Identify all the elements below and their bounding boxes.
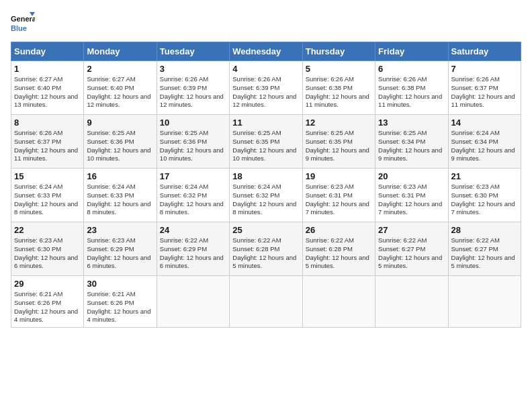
day-detail: Sunrise: 6:22 AMSunset: 6:27 PMDaylight:…	[378, 236, 445, 271]
day-number: 18	[232, 171, 299, 181]
day-detail: Sunrise: 6:24 AMSunset: 6:34 PMDaylight:…	[451, 129, 518, 163]
day-detail: Sunrise: 6:21 AMSunset: 6:26 PMDaylight:…	[14, 290, 81, 324]
day-number: 24	[160, 225, 226, 235]
day-number: 7	[451, 64, 518, 74]
calendar-cell: 18Sunrise: 6:24 AMSunset: 6:32 PMDayligh…	[230, 169, 302, 222]
day-number: 5	[306, 64, 372, 74]
calendar-cell	[157, 276, 229, 328]
day-number: 19	[306, 171, 372, 181]
day-detail: Sunrise: 6:24 AMSunset: 6:33 PMDaylight:…	[87, 183, 153, 217]
day-number: 16	[87, 171, 153, 181]
day-detail: Sunrise: 6:25 AMSunset: 6:36 PMDaylight:…	[160, 129, 226, 163]
day-detail: Sunrise: 6:23 AMSunset: 6:29 PMDaylight:…	[87, 236, 153, 271]
calendar-cell: 4Sunrise: 6:26 AMSunset: 6:39 PMDaylight…	[230, 61, 302, 115]
calendar-cell: 24Sunrise: 6:22 AMSunset: 6:29 PMDayligh…	[157, 222, 229, 276]
header-tuesday: Tuesday	[157, 42, 229, 61]
calendar-cell: 14Sunrise: 6:24 AMSunset: 6:34 PMDayligh…	[448, 115, 521, 169]
calendar-cell: 13Sunrise: 6:25 AMSunset: 6:34 PMDayligh…	[375, 115, 448, 169]
calendar-cell: 22Sunrise: 6:23 AMSunset: 6:30 PMDayligh…	[11, 222, 84, 276]
day-detail: Sunrise: 6:26 AMSunset: 6:39 PMDaylight:…	[160, 75, 226, 109]
calendar-cell: 1Sunrise: 6:27 AMSunset: 6:40 PMDaylight…	[11, 61, 84, 115]
day-number: 21	[451, 171, 518, 181]
day-detail: Sunrise: 6:26 AMSunset: 6:39 PMDaylight:…	[232, 75, 299, 109]
day-detail: Sunrise: 6:23 AMSunset: 6:30 PMDaylight:…	[451, 183, 518, 217]
calendar-cell: 7Sunrise: 6:26 AMSunset: 6:37 PMDaylight…	[448, 61, 521, 115]
header-wednesday: Wednesday	[230, 42, 302, 61]
day-detail: Sunrise: 6:22 AMSunset: 6:27 PMDaylight:…	[451, 236, 518, 271]
svg-text:General: General	[11, 15, 35, 23]
day-detail: Sunrise: 6:23 AMSunset: 6:30 PMDaylight:…	[14, 236, 81, 271]
day-number: 17	[160, 171, 226, 181]
calendar-cell: 10Sunrise: 6:25 AMSunset: 6:36 PMDayligh…	[157, 115, 229, 169]
calendar-cell: 20Sunrise: 6:23 AMSunset: 6:31 PMDayligh…	[375, 169, 448, 222]
day-detail: Sunrise: 6:23 AMSunset: 6:31 PMDaylight:…	[378, 183, 445, 217]
calendar-cell: 16Sunrise: 6:24 AMSunset: 6:33 PMDayligh…	[84, 169, 157, 222]
day-detail: Sunrise: 6:26 AMSunset: 6:38 PMDaylight:…	[306, 75, 372, 109]
day-number: 8	[14, 118, 81, 128]
day-detail: Sunrise: 6:27 AMSunset: 6:40 PMDaylight:…	[14, 75, 81, 109]
day-detail: Sunrise: 6:24 AMSunset: 6:32 PMDaylight:…	[160, 183, 226, 217]
day-detail: Sunrise: 6:25 AMSunset: 6:34 PMDaylight:…	[378, 129, 445, 163]
logo: General Blue	[11, 11, 35, 35]
day-number: 1	[14, 64, 81, 74]
day-number: 30	[87, 279, 153, 289]
calendar-cell	[230, 276, 302, 328]
calendar-cell	[448, 276, 521, 328]
day-number: 29	[14, 279, 81, 289]
day-number: 28	[451, 225, 518, 235]
calendar-cell	[375, 276, 448, 328]
day-number: 11	[232, 118, 299, 128]
calendar-cell: 29Sunrise: 6:21 AMSunset: 6:26 PMDayligh…	[11, 276, 84, 328]
day-number: 2	[87, 64, 153, 74]
week-row-5: 29Sunrise: 6:21 AMSunset: 6:26 PMDayligh…	[11, 276, 521, 328]
calendar-cell: 25Sunrise: 6:22 AMSunset: 6:28 PMDayligh…	[230, 222, 302, 276]
calendar-cell	[302, 276, 375, 328]
week-row-3: 15Sunrise: 6:24 AMSunset: 6:33 PMDayligh…	[11, 169, 521, 222]
calendar-cell: 8Sunrise: 6:26 AMSunset: 6:37 PMDaylight…	[11, 115, 84, 169]
calendar-cell: 2Sunrise: 6:27 AMSunset: 6:40 PMDaylight…	[84, 61, 157, 115]
header-thursday: Thursday	[302, 42, 375, 61]
day-number: 15	[14, 171, 81, 181]
day-number: 20	[378, 171, 445, 181]
day-number: 27	[378, 225, 445, 235]
day-detail: Sunrise: 6:22 AMSunset: 6:29 PMDaylight:…	[160, 236, 226, 271]
day-number: 26	[306, 225, 372, 235]
calendar-cell: 15Sunrise: 6:24 AMSunset: 6:33 PMDayligh…	[11, 169, 84, 222]
day-number: 3	[160, 64, 226, 74]
day-detail: Sunrise: 6:21 AMSunset: 6:26 PMDaylight:…	[87, 290, 153, 324]
day-number: 10	[160, 118, 226, 128]
calendar-table: SundayMondayTuesdayWednesdayThursdayFrid…	[11, 42, 521, 328]
day-number: 6	[378, 64, 445, 74]
calendar-cell: 12Sunrise: 6:25 AMSunset: 6:35 PMDayligh…	[302, 115, 375, 169]
header-sunday: Sunday	[11, 42, 84, 61]
day-detail: Sunrise: 6:26 AMSunset: 6:37 PMDaylight:…	[451, 75, 518, 109]
day-number: 25	[232, 225, 299, 235]
calendar-cell: 3Sunrise: 6:26 AMSunset: 6:39 PMDaylight…	[157, 61, 229, 115]
calendar-cell: 17Sunrise: 6:24 AMSunset: 6:32 PMDayligh…	[157, 169, 229, 222]
day-number: 12	[306, 118, 372, 128]
calendar-cell: 26Sunrise: 6:22 AMSunset: 6:28 PMDayligh…	[302, 222, 375, 276]
day-detail: Sunrise: 6:25 AMSunset: 6:35 PMDaylight:…	[306, 129, 372, 163]
day-detail: Sunrise: 6:23 AMSunset: 6:31 PMDaylight:…	[306, 183, 372, 217]
calendar-cell: 9Sunrise: 6:25 AMSunset: 6:36 PMDaylight…	[84, 115, 157, 169]
day-number: 4	[232, 64, 299, 74]
day-detail: Sunrise: 6:25 AMSunset: 6:36 PMDaylight:…	[87, 129, 153, 163]
day-detail: Sunrise: 6:24 AMSunset: 6:33 PMDaylight:…	[14, 183, 81, 217]
calendar-cell: 23Sunrise: 6:23 AMSunset: 6:29 PMDayligh…	[84, 222, 157, 276]
calendar-cell: 27Sunrise: 6:22 AMSunset: 6:27 PMDayligh…	[375, 222, 448, 276]
page-header: General Blue	[11, 11, 521, 35]
day-detail: Sunrise: 6:26 AMSunset: 6:37 PMDaylight:…	[14, 129, 81, 163]
day-number: 13	[378, 118, 445, 128]
day-number: 22	[14, 225, 81, 235]
calendar-cell: 30Sunrise: 6:21 AMSunset: 6:26 PMDayligh…	[84, 276, 157, 328]
header-monday: Monday	[84, 42, 157, 61]
calendar-cell: 28Sunrise: 6:22 AMSunset: 6:27 PMDayligh…	[448, 222, 521, 276]
header-friday: Friday	[375, 42, 448, 61]
calendar-cell: 5Sunrise: 6:26 AMSunset: 6:38 PMDaylight…	[302, 61, 375, 115]
calendar-cell: 21Sunrise: 6:23 AMSunset: 6:30 PMDayligh…	[448, 169, 521, 222]
header-saturday: Saturday	[448, 42, 521, 61]
calendar-cell: 19Sunrise: 6:23 AMSunset: 6:31 PMDayligh…	[302, 169, 375, 222]
day-detail: Sunrise: 6:22 AMSunset: 6:28 PMDaylight:…	[306, 236, 372, 271]
day-detail: Sunrise: 6:26 AMSunset: 6:38 PMDaylight:…	[378, 75, 445, 109]
day-detail: Sunrise: 6:25 AMSunset: 6:35 PMDaylight:…	[232, 129, 299, 163]
